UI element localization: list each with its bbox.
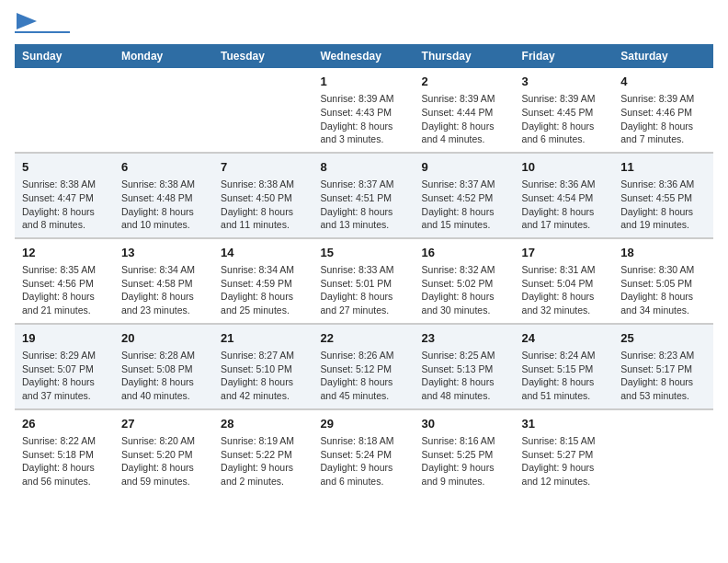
col-header-wednesday: Wednesday (313, 44, 414, 68)
day-number: 10 (522, 159, 607, 176)
cell-info: Sunrise: 8:32 AM Sunset: 5:02 PM Dayligh… (422, 263, 507, 317)
cell-w3-d6: 17Sunrise: 8:31 AM Sunset: 5:04 PM Dayli… (515, 238, 614, 324)
cell-w1-d3 (213, 68, 313, 153)
cell-info: Sunrise: 8:20 AM Sunset: 5:20 PM Dayligh… (121, 434, 206, 488)
day-number: 5 (22, 159, 107, 176)
day-number: 8 (320, 159, 406, 176)
cell-w2-d7: 11Sunrise: 8:36 AM Sunset: 4:55 PM Dayli… (613, 153, 713, 238)
day-number: 30 (422, 416, 507, 432)
cell-w3-d3: 14Sunrise: 8:34 AM Sunset: 4:59 PM Dayli… (213, 238, 313, 324)
page-header (15, 15, 713, 33)
cell-w2-d2: 6Sunrise: 8:38 AM Sunset: 4:48 PM Daylig… (114, 153, 213, 238)
cell-w3-d7: 18Sunrise: 8:30 AM Sunset: 5:05 PM Dayli… (613, 238, 713, 324)
cell-info: Sunrise: 8:16 AM Sunset: 5:25 PM Dayligh… (422, 434, 507, 488)
cell-info: Sunrise: 8:18 AM Sunset: 5:24 PM Dayligh… (320, 434, 406, 488)
day-number: 15 (320, 245, 406, 261)
calendar-table: SundayMondayTuesdayWednesdayThursdayFrid… (15, 44, 713, 494)
cell-w5-d3: 28Sunrise: 8:19 AM Sunset: 5:22 PM Dayli… (213, 409, 313, 494)
cell-info: Sunrise: 8:37 AM Sunset: 4:52 PM Dayligh… (422, 178, 507, 232)
cell-info: Sunrise: 8:34 AM Sunset: 4:59 PM Dayligh… (221, 263, 305, 317)
week-row-5: 26Sunrise: 8:22 AM Sunset: 5:18 PM Dayli… (15, 409, 713, 494)
col-header-friday: Friday (515, 44, 614, 68)
day-number: 11 (620, 159, 706, 176)
cell-info: Sunrise: 8:39 AM Sunset: 4:43 PM Dayligh… (320, 92, 406, 146)
day-number: 29 (320, 416, 406, 432)
week-row-3: 12Sunrise: 8:35 AM Sunset: 4:56 PM Dayli… (15, 238, 713, 324)
day-number: 4 (620, 74, 706, 90)
cell-info: Sunrise: 8:30 AM Sunset: 5:05 PM Dayligh… (620, 263, 706, 317)
day-number: 2 (422, 74, 507, 90)
svg-marker-0 (17, 13, 37, 29)
cell-w1-d1 (15, 68, 114, 153)
cell-info: Sunrise: 8:28 AM Sunset: 5:08 PM Dayligh… (121, 349, 206, 403)
header-row: SundayMondayTuesdayWednesdayThursdayFrid… (15, 44, 713, 68)
cell-w3-d5: 16Sunrise: 8:32 AM Sunset: 5:02 PM Dayli… (415, 238, 515, 324)
day-number: 12 (22, 245, 107, 261)
cell-info: Sunrise: 8:39 AM Sunset: 4:46 PM Dayligh… (620, 92, 706, 146)
day-number: 17 (522, 245, 607, 261)
col-header-tuesday: Tuesday (213, 44, 313, 68)
cell-info: Sunrise: 8:39 AM Sunset: 4:45 PM Dayligh… (522, 92, 607, 146)
day-number: 13 (121, 245, 206, 261)
cell-w1-d4: 1Sunrise: 8:39 AM Sunset: 4:43 PM Daylig… (313, 68, 414, 153)
day-number: 14 (221, 245, 305, 261)
day-number: 7 (221, 159, 305, 176)
cell-info: Sunrise: 8:31 AM Sunset: 5:04 PM Dayligh… (522, 263, 607, 317)
cell-info: Sunrise: 8:19 AM Sunset: 5:22 PM Dayligh… (221, 434, 305, 488)
cell-w1-d6: 3Sunrise: 8:39 AM Sunset: 4:45 PM Daylig… (515, 68, 614, 153)
day-number: 23 (422, 330, 507, 347)
col-header-sunday: Sunday (15, 44, 114, 68)
day-number: 3 (522, 74, 607, 90)
cell-info: Sunrise: 8:36 AM Sunset: 4:54 PM Dayligh… (522, 178, 607, 232)
day-number: 19 (22, 330, 107, 347)
cell-w3-d2: 13Sunrise: 8:34 AM Sunset: 4:58 PM Dayli… (114, 238, 213, 324)
cell-w1-d2 (114, 68, 213, 153)
cell-w4-d2: 20Sunrise: 8:28 AM Sunset: 5:08 PM Dayli… (114, 324, 213, 409)
col-header-saturday: Saturday (613, 44, 713, 68)
cell-info: Sunrise: 8:35 AM Sunset: 4:56 PM Dayligh… (22, 263, 107, 317)
day-number: 31 (522, 416, 607, 432)
cell-w3-d4: 15Sunrise: 8:33 AM Sunset: 5:01 PM Dayli… (313, 238, 414, 324)
col-header-monday: Monday (114, 44, 213, 68)
day-number: 21 (221, 330, 305, 347)
cell-info: Sunrise: 8:36 AM Sunset: 4:55 PM Dayligh… (620, 178, 706, 232)
cell-w1-d7: 4Sunrise: 8:39 AM Sunset: 4:46 PM Daylig… (613, 68, 713, 153)
day-number: 28 (221, 416, 305, 432)
cell-info: Sunrise: 8:34 AM Sunset: 4:58 PM Dayligh… (121, 263, 206, 317)
day-number: 9 (422, 159, 507, 176)
cell-info: Sunrise: 8:39 AM Sunset: 4:44 PM Dayligh… (422, 92, 507, 146)
cell-w5-d4: 29Sunrise: 8:18 AM Sunset: 5:24 PM Dayli… (313, 409, 414, 494)
cell-w2-d5: 9Sunrise: 8:37 AM Sunset: 4:52 PM Daylig… (415, 153, 515, 238)
cell-w5-d1: 26Sunrise: 8:22 AM Sunset: 5:18 PM Dayli… (15, 409, 114, 494)
cell-w5-d2: 27Sunrise: 8:20 AM Sunset: 5:20 PM Dayli… (114, 409, 213, 494)
cell-info: Sunrise: 8:38 AM Sunset: 4:47 PM Dayligh… (22, 178, 107, 232)
cell-w1-d5: 2Sunrise: 8:39 AM Sunset: 4:44 PM Daylig… (415, 68, 515, 153)
cell-w2-d3: 7Sunrise: 8:38 AM Sunset: 4:50 PM Daylig… (213, 153, 313, 238)
cell-w4-d1: 19Sunrise: 8:29 AM Sunset: 5:07 PM Dayli… (15, 324, 114, 409)
day-number: 24 (522, 330, 607, 347)
day-number: 1 (320, 74, 406, 90)
cell-info: Sunrise: 8:26 AM Sunset: 5:12 PM Dayligh… (320, 349, 406, 403)
cell-info: Sunrise: 8:23 AM Sunset: 5:17 PM Dayligh… (620, 349, 706, 403)
logo-arrow-icon (17, 13, 37, 29)
cell-w5-d6: 31Sunrise: 8:15 AM Sunset: 5:27 PM Dayli… (515, 409, 614, 494)
cell-w4-d6: 24Sunrise: 8:24 AM Sunset: 5:15 PM Dayli… (515, 324, 614, 409)
day-number: 20 (121, 330, 206, 347)
cell-info: Sunrise: 8:15 AM Sunset: 5:27 PM Dayligh… (522, 434, 607, 488)
cell-w3-d1: 12Sunrise: 8:35 AM Sunset: 4:56 PM Dayli… (15, 238, 114, 324)
cell-w4-d3: 21Sunrise: 8:27 AM Sunset: 5:10 PM Dayli… (213, 324, 313, 409)
cell-info: Sunrise: 8:38 AM Sunset: 4:48 PM Dayligh… (121, 178, 206, 232)
cell-w5-d7 (613, 409, 713, 494)
day-number: 16 (422, 245, 507, 261)
day-number: 26 (22, 416, 107, 432)
cell-w4-d5: 23Sunrise: 8:25 AM Sunset: 5:13 PM Dayli… (415, 324, 515, 409)
day-number: 27 (121, 416, 206, 432)
cell-info: Sunrise: 8:24 AM Sunset: 5:15 PM Dayligh… (522, 349, 607, 403)
cell-info: Sunrise: 8:25 AM Sunset: 5:13 PM Dayligh… (422, 349, 507, 403)
week-row-2: 5Sunrise: 8:38 AM Sunset: 4:47 PM Daylig… (15, 153, 713, 238)
day-number: 18 (620, 245, 706, 261)
cell-info: Sunrise: 8:38 AM Sunset: 4:50 PM Dayligh… (221, 178, 305, 232)
col-header-thursday: Thursday (415, 44, 515, 68)
day-number: 25 (620, 330, 706, 347)
cell-info: Sunrise: 8:27 AM Sunset: 5:10 PM Dayligh… (221, 349, 305, 403)
